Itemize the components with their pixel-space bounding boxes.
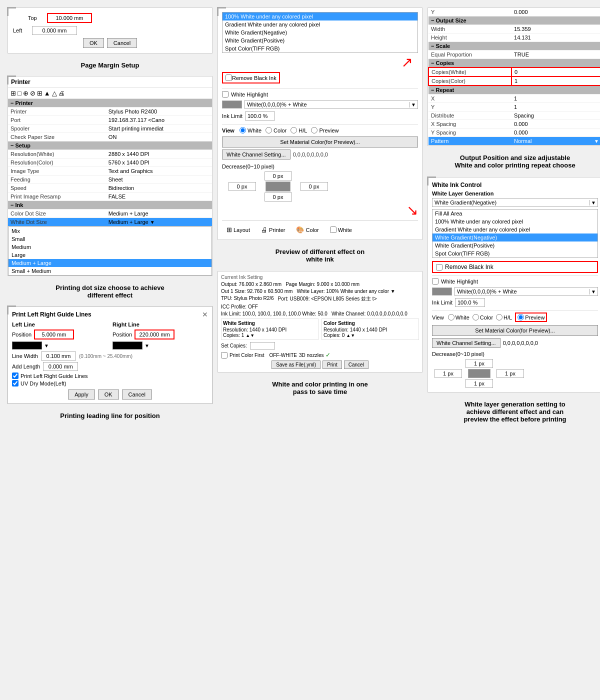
dropdown-item-small[interactable]: Small: [8, 235, 212, 243]
ctrl-select-arrow[interactable]: ▼: [589, 200, 598, 206]
ctrl-item-100[interactable]: 100% White under any colored pixel: [432, 218, 598, 226]
white-layer-dropdown-list[interactable]: 100% White under any colored pixel Gradi…: [222, 12, 418, 53]
save-as-file-btn[interactable]: Save as File(.yml): [272, 360, 320, 369]
toolbar-icon-7[interactable]: △: [52, 90, 57, 97]
one-pass-caption: White and color printing in one pass to …: [218, 380, 422, 396]
ctrl-item-pos[interactable]: White Gradient(Positive): [432, 242, 598, 250]
add-length-label: Add Length: [12, 364, 40, 370]
view-color-radio[interactable]: Color: [266, 127, 286, 134]
ctrl-item-spot[interactable]: Spot Color(TIFF RGB): [432, 250, 598, 258]
add-length-input[interactable]: [43, 362, 78, 371]
ctrl-item-neg[interactable]: White Gradient(Negative): [432, 234, 598, 242]
cancel-button[interactable]: Cancel: [107, 38, 137, 48]
white-channel-btn[interactable]: White Channel Setting...: [222, 150, 290, 160]
summary-cancel-btn[interactable]: Cancel: [344, 360, 368, 369]
print-btn[interactable]: Print: [322, 360, 342, 369]
right-pos-input[interactable]: [134, 330, 174, 340]
toolbar-icon-5[interactable]: ⊞: [37, 90, 42, 97]
ctrl-set-material-btn[interactable]: Set Material Color(for Preview)...: [432, 325, 598, 336]
line-width-input[interactable]: [41, 352, 76, 360]
uv-dry-check[interactable]: [12, 380, 18, 386]
print-color-first-check[interactable]: [221, 352, 228, 358]
tab-layout[interactable]: ⊞ Layout: [222, 224, 254, 236]
dropdown-item-medium[interactable]: Medium: [8, 243, 212, 251]
print-summary-box: Current Ink Setting Output: 76.000 x 2.8…: [218, 271, 422, 372]
ctrl-item-gradient[interactable]: Gradient White under any colored pixel: [432, 226, 598, 234]
ctrl-px-bottom[interactable]: [466, 379, 493, 388]
drop-item-white-pos[interactable]: White Gradient(Positive): [222, 36, 418, 44]
dot-size-caption: Printing dot size choose to achieve diff…: [8, 284, 212, 299]
ink-limit-input[interactable]: [245, 112, 275, 120]
drop-item-spot-color[interactable]: Spot Color(TIFF RGB): [222, 44, 418, 52]
ok-button[interactable]: OK: [83, 38, 104, 48]
ctrl-white-highlight-check[interactable]: [432, 278, 438, 284]
guide-cancel-button[interactable]: Cancel: [122, 390, 152, 400]
view-radio-group: White Color H/L Preview: [240, 127, 339, 134]
print-guide-check[interactable]: [12, 372, 18, 379]
toolbar-icon-8[interactable]: 🖨: [58, 90, 65, 97]
toolbar-icon-2[interactable]: □: [18, 90, 22, 97]
table-row: Y Spacing 0.000: [428, 128, 600, 137]
pixel-grid: [222, 172, 418, 202]
toolbar-icon-1[interactable]: ⊞: [10, 90, 16, 97]
ctrl-ink-limit-input[interactable]: [455, 298, 485, 307]
px-bottom-input[interactable]: [264, 192, 292, 202]
guide-ok-button[interactable]: OK: [98, 390, 119, 400]
px-right-input[interactable]: [300, 182, 328, 191]
ink-section-header: Ink: [8, 201, 212, 210]
save-print-btns: Save as File(.yml) Print Cancel: [221, 360, 419, 369]
right-color-swatch: [112, 342, 142, 350]
ctrl-px-top[interactable]: [466, 359, 493, 368]
view-white-radio[interactable]: White: [240, 127, 262, 134]
px-top-input[interactable]: [264, 172, 292, 180]
white-select[interactable]: White(0,0,0,0)% + White ▼: [244, 100, 418, 109]
page-margin-caption: Page Margin Setup: [8, 62, 212, 69]
ctrl-white-select-arrow[interactable]: ▼: [589, 289, 598, 294]
ctrl-view-white[interactable]: White: [448, 312, 470, 322]
left-pos-input[interactable]: [34, 330, 74, 340]
ctrl-view-preview[interactable]: Preview: [515, 312, 547, 322]
tab-printer[interactable]: 🖨 Printer: [256, 224, 290, 236]
ctrl-view-hl[interactable]: H/L: [496, 312, 512, 322]
ctrl-item-fill[interactable]: Fill All Area: [432, 210, 598, 218]
dropdown-item-mix[interactable]: Mix: [8, 227, 212, 235]
set-copies-input[interactable]: [250, 342, 275, 350]
tab-color[interactable]: 🎨 Color: [292, 224, 323, 236]
px-left-input[interactable]: [228, 182, 256, 191]
view-preview-radio[interactable]: Preview: [311, 127, 338, 134]
toolbar-icon-4[interactable]: ⊘: [30, 90, 36, 97]
ctrl-view-label: View: [432, 314, 444, 320]
white-dot-dropdown[interactable]: Mix Small Medium Large Medium + Large Sm…: [8, 226, 212, 276]
ctrl-ink-limit-label: Ink Limit: [432, 300, 452, 306]
dropdown-item-large[interactable]: Large: [8, 251, 212, 259]
table-row: Feeding Sheet: [8, 176, 212, 184]
dropdown-item-medium-large[interactable]: Medium + Large: [8, 259, 212, 267]
tab-white[interactable]: White: [326, 224, 356, 235]
ctrl-white-select[interactable]: White(0,0,0,0)% + White ▼: [454, 287, 598, 296]
ctrl-channel-btn[interactable]: White Channel Setting...: [432, 338, 500, 348]
drop-item-100-white[interactable]: 100% White under any colored pixel: [222, 12, 418, 20]
ctrl-view-color[interactable]: Color: [472, 312, 493, 322]
top-input[interactable]: [47, 13, 92, 23]
toolbar-icon-3[interactable]: ⊕: [23, 90, 28, 97]
drop-item-white-neg[interactable]: White Gradient(Negative): [222, 28, 418, 36]
set-material-btn[interactable]: Set Material Color(for Preview)...: [222, 136, 418, 148]
close-button[interactable]: ✕: [202, 310, 208, 318]
ctrl-px-left[interactable]: [434, 369, 462, 378]
table-row: Port 192.168.37.117 <Cano: [8, 116, 212, 124]
ctrl-px-right[interactable]: [496, 369, 524, 378]
ctrl-remove-black-check[interactable]: [436, 264, 442, 270]
pattern-row: Pattern Normal ▼: [428, 137, 600, 146]
white-select-arrow[interactable]: ▼: [409, 102, 418, 108]
left-input[interactable]: [32, 26, 77, 35]
view-hl-radio[interactable]: H/L: [290, 127, 307, 134]
ctrl-dropdown-list[interactable]: Fill All Area 100% White under any color…: [432, 209, 598, 258]
drop-item-gradient-white[interactable]: Gradient White under any colored pixel: [222, 20, 418, 28]
remove-black-ink-check[interactable]: [226, 74, 232, 81]
white-highlight-check[interactable]: [222, 91, 228, 98]
toolbar-icon-6[interactable]: ▲: [44, 90, 50, 97]
dropdown-item-small-medium[interactable]: Small + Medium: [8, 267, 212, 275]
white-tab-check[interactable]: [330, 226, 336, 233]
apply-button[interactable]: Apply: [68, 390, 95, 400]
ctrl-main-select[interactable]: White Gradient(Negative) ▼: [432, 198, 598, 207]
